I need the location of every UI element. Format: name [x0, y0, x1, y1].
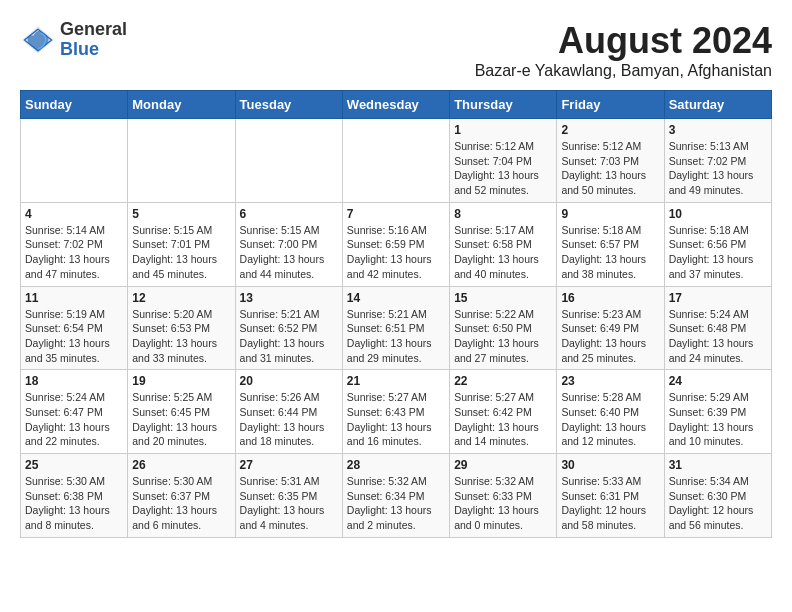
cell-info: Sunrise: 5:22 AM Sunset: 6:50 PM Dayligh…: [454, 307, 552, 366]
logo-icon: [20, 22, 56, 58]
week-row-5: 25Sunrise: 5:30 AM Sunset: 6:38 PM Dayli…: [21, 454, 772, 538]
calendar-cell: 11Sunrise: 5:19 AM Sunset: 6:54 PM Dayli…: [21, 286, 128, 370]
cell-day-number: 27: [240, 458, 338, 472]
header-cell-tuesday: Tuesday: [235, 91, 342, 119]
cell-day-number: 24: [669, 374, 767, 388]
calendar-cell: 29Sunrise: 5:32 AM Sunset: 6:33 PM Dayli…: [450, 454, 557, 538]
week-row-3: 11Sunrise: 5:19 AM Sunset: 6:54 PM Dayli…: [21, 286, 772, 370]
cell-day-number: 4: [25, 207, 123, 221]
cell-info: Sunrise: 5:23 AM Sunset: 6:49 PM Dayligh…: [561, 307, 659, 366]
calendar-cell: 17Sunrise: 5:24 AM Sunset: 6:48 PM Dayli…: [664, 286, 771, 370]
cell-info: Sunrise: 5:27 AM Sunset: 6:42 PM Dayligh…: [454, 390, 552, 449]
cell-info: Sunrise: 5:25 AM Sunset: 6:45 PM Dayligh…: [132, 390, 230, 449]
calendar-cell: 3Sunrise: 5:13 AM Sunset: 7:02 PM Daylig…: [664, 119, 771, 203]
cell-day-number: 10: [669, 207, 767, 221]
calendar-cell: 24Sunrise: 5:29 AM Sunset: 6:39 PM Dayli…: [664, 370, 771, 454]
header-cell-sunday: Sunday: [21, 91, 128, 119]
calendar-cell: [21, 119, 128, 203]
cell-day-number: 22: [454, 374, 552, 388]
week-row-4: 18Sunrise: 5:24 AM Sunset: 6:47 PM Dayli…: [21, 370, 772, 454]
cell-day-number: 15: [454, 291, 552, 305]
cell-info: Sunrise: 5:21 AM Sunset: 6:51 PM Dayligh…: [347, 307, 445, 366]
cell-info: Sunrise: 5:24 AM Sunset: 6:47 PM Dayligh…: [25, 390, 123, 449]
cell-day-number: 11: [25, 291, 123, 305]
calendar-cell: 19Sunrise: 5:25 AM Sunset: 6:45 PM Dayli…: [128, 370, 235, 454]
calendar-body: 1Sunrise: 5:12 AM Sunset: 7:04 PM Daylig…: [21, 119, 772, 538]
cell-day-number: 13: [240, 291, 338, 305]
cell-day-number: 1: [454, 123, 552, 137]
cell-day-number: 6: [240, 207, 338, 221]
calendar-cell: 4Sunrise: 5:14 AM Sunset: 7:02 PM Daylig…: [21, 202, 128, 286]
calendar-cell: 22Sunrise: 5:27 AM Sunset: 6:42 PM Dayli…: [450, 370, 557, 454]
title-block: August 2024 Bazar-e Yakawlang, Bamyan, A…: [475, 20, 772, 80]
cell-day-number: 25: [25, 458, 123, 472]
calendar-cell: 30Sunrise: 5:33 AM Sunset: 6:31 PM Dayli…: [557, 454, 664, 538]
cell-info: Sunrise: 5:17 AM Sunset: 6:58 PM Dayligh…: [454, 223, 552, 282]
cell-day-number: 2: [561, 123, 659, 137]
cell-info: Sunrise: 5:18 AM Sunset: 6:57 PM Dayligh…: [561, 223, 659, 282]
calendar-cell: 7Sunrise: 5:16 AM Sunset: 6:59 PM Daylig…: [342, 202, 449, 286]
cell-info: Sunrise: 5:15 AM Sunset: 7:00 PM Dayligh…: [240, 223, 338, 282]
header-row: SundayMondayTuesdayWednesdayThursdayFrid…: [21, 91, 772, 119]
week-row-1: 1Sunrise: 5:12 AM Sunset: 7:04 PM Daylig…: [21, 119, 772, 203]
calendar-cell: 14Sunrise: 5:21 AM Sunset: 6:51 PM Dayli…: [342, 286, 449, 370]
cell-day-number: 29: [454, 458, 552, 472]
page-subtitle: Bazar-e Yakawlang, Bamyan, Afghanistan: [475, 62, 772, 80]
header-cell-monday: Monday: [128, 91, 235, 119]
cell-day-number: 26: [132, 458, 230, 472]
cell-day-number: 12: [132, 291, 230, 305]
calendar-cell: 1Sunrise: 5:12 AM Sunset: 7:04 PM Daylig…: [450, 119, 557, 203]
cell-info: Sunrise: 5:32 AM Sunset: 6:34 PM Dayligh…: [347, 474, 445, 533]
logo-blue: Blue: [60, 40, 127, 60]
cell-info: Sunrise: 5:18 AM Sunset: 6:56 PM Dayligh…: [669, 223, 767, 282]
cell-info: Sunrise: 5:12 AM Sunset: 7:04 PM Dayligh…: [454, 139, 552, 198]
calendar-cell: 20Sunrise: 5:26 AM Sunset: 6:44 PM Dayli…: [235, 370, 342, 454]
cell-info: Sunrise: 5:27 AM Sunset: 6:43 PM Dayligh…: [347, 390, 445, 449]
calendar-cell: 15Sunrise: 5:22 AM Sunset: 6:50 PM Dayli…: [450, 286, 557, 370]
cell-info: Sunrise: 5:15 AM Sunset: 7:01 PM Dayligh…: [132, 223, 230, 282]
cell-day-number: 7: [347, 207, 445, 221]
cell-day-number: 20: [240, 374, 338, 388]
calendar-cell: 21Sunrise: 5:27 AM Sunset: 6:43 PM Dayli…: [342, 370, 449, 454]
cell-day-number: 17: [669, 291, 767, 305]
cell-info: Sunrise: 5:24 AM Sunset: 6:48 PM Dayligh…: [669, 307, 767, 366]
calendar-cell: [235, 119, 342, 203]
header-cell-wednesday: Wednesday: [342, 91, 449, 119]
calendar-cell: 6Sunrise: 5:15 AM Sunset: 7:00 PM Daylig…: [235, 202, 342, 286]
cell-day-number: 8: [454, 207, 552, 221]
calendar-cell: 10Sunrise: 5:18 AM Sunset: 6:56 PM Dayli…: [664, 202, 771, 286]
calendar-cell: 31Sunrise: 5:34 AM Sunset: 6:30 PM Dayli…: [664, 454, 771, 538]
calendar-cell: 9Sunrise: 5:18 AM Sunset: 6:57 PM Daylig…: [557, 202, 664, 286]
header-cell-saturday: Saturday: [664, 91, 771, 119]
logo: General Blue: [20, 20, 127, 60]
cell-info: Sunrise: 5:32 AM Sunset: 6:33 PM Dayligh…: [454, 474, 552, 533]
cell-day-number: 16: [561, 291, 659, 305]
cell-day-number: 30: [561, 458, 659, 472]
cell-day-number: 3: [669, 123, 767, 137]
calendar-table: SundayMondayTuesdayWednesdayThursdayFrid…: [20, 90, 772, 538]
cell-day-number: 9: [561, 207, 659, 221]
header-cell-friday: Friday: [557, 91, 664, 119]
cell-info: Sunrise: 5:28 AM Sunset: 6:40 PM Dayligh…: [561, 390, 659, 449]
cell-info: Sunrise: 5:34 AM Sunset: 6:30 PM Dayligh…: [669, 474, 767, 533]
calendar-cell: 13Sunrise: 5:21 AM Sunset: 6:52 PM Dayli…: [235, 286, 342, 370]
cell-info: Sunrise: 5:13 AM Sunset: 7:02 PM Dayligh…: [669, 139, 767, 198]
calendar-cell: 16Sunrise: 5:23 AM Sunset: 6:49 PM Dayli…: [557, 286, 664, 370]
cell-info: Sunrise: 5:19 AM Sunset: 6:54 PM Dayligh…: [25, 307, 123, 366]
calendar-cell: [128, 119, 235, 203]
calendar-cell: 8Sunrise: 5:17 AM Sunset: 6:58 PM Daylig…: [450, 202, 557, 286]
calendar-cell: 27Sunrise: 5:31 AM Sunset: 6:35 PM Dayli…: [235, 454, 342, 538]
logo-general: General: [60, 20, 127, 40]
cell-info: Sunrise: 5:30 AM Sunset: 6:38 PM Dayligh…: [25, 474, 123, 533]
cell-info: Sunrise: 5:20 AM Sunset: 6:53 PM Dayligh…: [132, 307, 230, 366]
calendar-cell: 23Sunrise: 5:28 AM Sunset: 6:40 PM Dayli…: [557, 370, 664, 454]
cell-info: Sunrise: 5:30 AM Sunset: 6:37 PM Dayligh…: [132, 474, 230, 533]
week-row-2: 4Sunrise: 5:14 AM Sunset: 7:02 PM Daylig…: [21, 202, 772, 286]
calendar-header: SundayMondayTuesdayWednesdayThursdayFrid…: [21, 91, 772, 119]
cell-day-number: 23: [561, 374, 659, 388]
cell-day-number: 18: [25, 374, 123, 388]
cell-day-number: 31: [669, 458, 767, 472]
cell-info: Sunrise: 5:12 AM Sunset: 7:03 PM Dayligh…: [561, 139, 659, 198]
cell-info: Sunrise: 5:31 AM Sunset: 6:35 PM Dayligh…: [240, 474, 338, 533]
logo-text: General Blue: [60, 20, 127, 60]
